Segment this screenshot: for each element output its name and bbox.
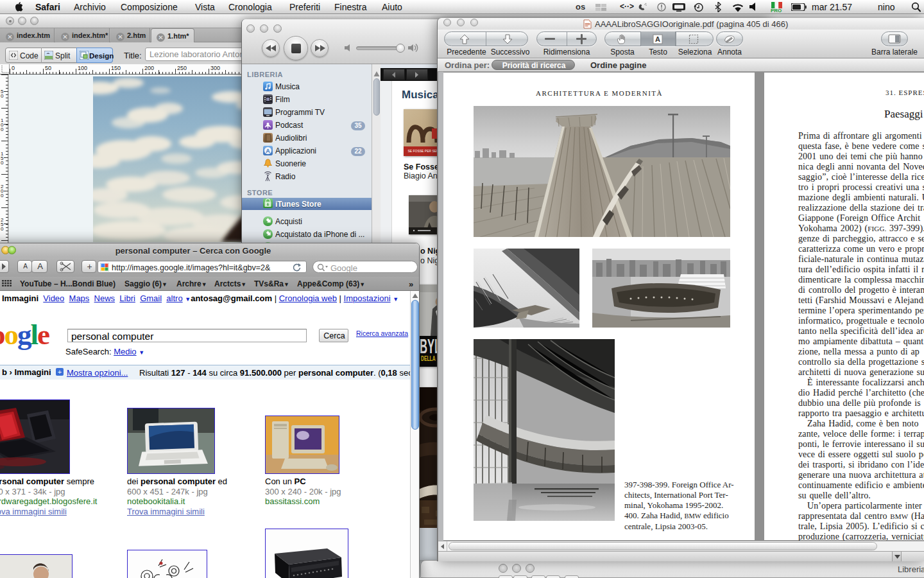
svg-text:A: A xyxy=(266,148,270,154)
svg-text:DELLA: DELLA xyxy=(421,355,436,362)
svg-text:A: A xyxy=(655,35,660,43)
